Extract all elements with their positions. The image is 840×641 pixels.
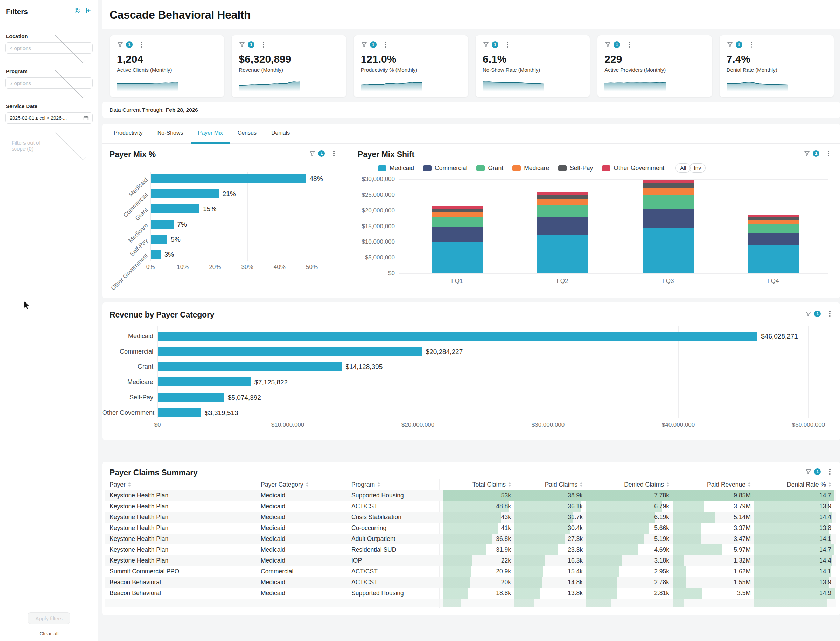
- filter-count-badge[interactable]: 1: [248, 41, 254, 48]
- column-header-payer[interactable]: Payer: [109, 479, 131, 490]
- cell-value: 5.97M: [673, 544, 754, 555]
- filter-count-badge[interactable]: 1: [736, 41, 742, 48]
- filter-count-badge[interactable]: 1: [126, 41, 133, 48]
- segment-commercial: [643, 209, 694, 228]
- service-date-input[interactable]: 2025-02-01 ≤ col < 2026-...: [5, 113, 93, 124]
- table-row: Keystone Health PlanMedicaidIOP22k16.3k3…: [105, 555, 836, 566]
- x-axis-tick: 30%: [237, 264, 258, 271]
- bar-grant: [151, 204, 199, 213]
- bar-value-label: $46,028,271: [761, 333, 798, 340]
- page-title: Cascade Behavioral Health: [109, 8, 251, 21]
- cell-value: 15.4k: [515, 566, 586, 577]
- kpi-sparkline-chart: [483, 76, 583, 92]
- filter-icon[interactable]: [805, 469, 812, 475]
- category-label: Medicaid: [102, 333, 153, 340]
- filter-count-badge[interactable]: 1: [814, 311, 821, 317]
- segment-medicare: [748, 220, 799, 225]
- filter-icon[interactable]: [727, 41, 733, 48]
- cell-value: 14.9: [754, 588, 835, 599]
- legend-item-medicare[interactable]: Medicare: [512, 164, 549, 172]
- program-select[interactable]: 7 options: [5, 77, 93, 89]
- cell-program: Crisis Stabilization: [351, 512, 401, 523]
- segment-grant: [431, 217, 483, 227]
- filter-icon[interactable]: [117, 41, 124, 48]
- location-filter-label: Location: [6, 33, 98, 39]
- filter-icon[interactable]: [605, 41, 611, 48]
- more-options-icon[interactable]: [750, 41, 753, 48]
- segment-self-pay: [537, 195, 588, 199]
- legend-toggle-inv[interactable]: Inv: [689, 163, 706, 172]
- filter-count-badge[interactable]: 1: [814, 469, 821, 475]
- more-options-icon[interactable]: [829, 310, 831, 317]
- collapse-sidebar-icon[interactable]: [85, 7, 92, 15]
- column-header-total-claims[interactable]: Total Claims: [443, 479, 511, 490]
- more-options-icon[interactable]: [506, 41, 509, 48]
- bar-self-pay: [151, 235, 167, 244]
- panel-controls: 1: [805, 310, 831, 317]
- kpi-value: 1,204: [117, 53, 217, 65]
- filters-out-of-scope-toggle[interactable]: Filters out of scope (0): [11, 140, 90, 151]
- bar-medicare: [158, 377, 251, 387]
- tab-payer-mix[interactable]: Payer Mix: [191, 124, 230, 143]
- filter-count-badge[interactable]: 1: [370, 41, 377, 48]
- legend-item-other-government[interactable]: Other Government: [602, 164, 664, 172]
- tab-productivity[interactable]: Productivity: [106, 124, 150, 143]
- gridline: [808, 325, 809, 418]
- filter-icon[interactable]: [483, 41, 489, 48]
- legend-item-medicaid[interactable]: Medicaid: [378, 164, 414, 172]
- tab-no-shows[interactable]: No-Shows: [150, 124, 191, 143]
- stacked-bar-fq1: [431, 179, 483, 274]
- segment-grant: [748, 224, 799, 233]
- filter-count-badge[interactable]: 1: [613, 41, 620, 48]
- filter-count-badge[interactable]: 1: [813, 150, 819, 157]
- tab-census[interactable]: Census: [230, 124, 264, 143]
- legend-item-self-pay[interactable]: Self-Pay: [558, 164, 593, 172]
- location-select[interactable]: 4 options: [5, 42, 93, 53]
- tab-denials[interactable]: Denials: [264, 124, 297, 143]
- more-options-icon[interactable]: [829, 468, 831, 475]
- bar-value-label: $7,125,822: [254, 378, 288, 386]
- more-options-icon[interactable]: [140, 41, 143, 48]
- filter-count-badge[interactable]: 1: [492, 41, 499, 48]
- kpi-label: Productivity % (Monthly): [361, 67, 461, 73]
- gridline: [399, 274, 829, 274]
- sort-icon: [580, 482, 583, 486]
- cell-payer: Keystone Health Plan: [109, 533, 168, 544]
- column-header-program[interactable]: Program: [351, 479, 380, 490]
- more-options-icon[interactable]: [827, 150, 830, 157]
- filter-icon[interactable]: [805, 311, 812, 317]
- filter-icon[interactable]: [804, 150, 810, 157]
- more-options-icon[interactable]: [628, 41, 631, 48]
- status-date: Feb 28, 2026: [166, 107, 198, 113]
- column-header-paid-revenue[interactable]: Paid Revenue: [673, 479, 751, 490]
- filter-icon[interactable]: [309, 150, 316, 157]
- more-options-icon[interactable]: [333, 150, 335, 157]
- filters-settings-gear-icon[interactable]: [74, 7, 81, 16]
- legend-label: Other Government: [613, 164, 664, 172]
- cell-value: 3.5M: [673, 588, 754, 599]
- legend-toggle-all[interactable]: All: [676, 163, 690, 172]
- filter-count-badge[interactable]: 1: [318, 150, 325, 157]
- kpi-card: 1 $6,320,899Revenue (Monthly): [231, 35, 346, 97]
- cell-value: [673, 599, 754, 607]
- legend-item-commercial[interactable]: Commercial: [423, 164, 467, 172]
- cell-value: 13.8: [754, 523, 835, 533]
- filter-icon[interactable]: [361, 41, 367, 48]
- column-header-denial-rate-%[interactable]: Denial Rate %: [754, 479, 831, 490]
- sort-icon: [508, 482, 511, 486]
- bar-medicare: [151, 219, 174, 229]
- clear-all-button[interactable]: Clear all: [0, 630, 98, 636]
- column-header-payer-category[interactable]: Payer Category: [261, 479, 309, 490]
- bar-value-label: 21%: [223, 190, 236, 198]
- filter-icon[interactable]: [239, 41, 245, 48]
- cell-value: 5.14M: [673, 512, 754, 523]
- column-header-denied-claims[interactable]: Denied Claims: [586, 479, 669, 490]
- payer-mix-pct-chart: Payer Mix % 1 0%10%20%30%40%50%48%Medica…: [109, 143, 342, 298]
- column-header-paid-claims[interactable]: Paid Claims: [515, 479, 583, 490]
- legend-item-grant[interactable]: Grant: [476, 164, 503, 172]
- apply-filters-button[interactable]: Apply filters: [27, 612, 70, 624]
- x-axis-tick: $20,000,000: [393, 422, 443, 428]
- more-options-icon[interactable]: [262, 41, 265, 48]
- more-options-icon[interactable]: [384, 41, 387, 48]
- cell-value: 3.47M: [673, 533, 754, 544]
